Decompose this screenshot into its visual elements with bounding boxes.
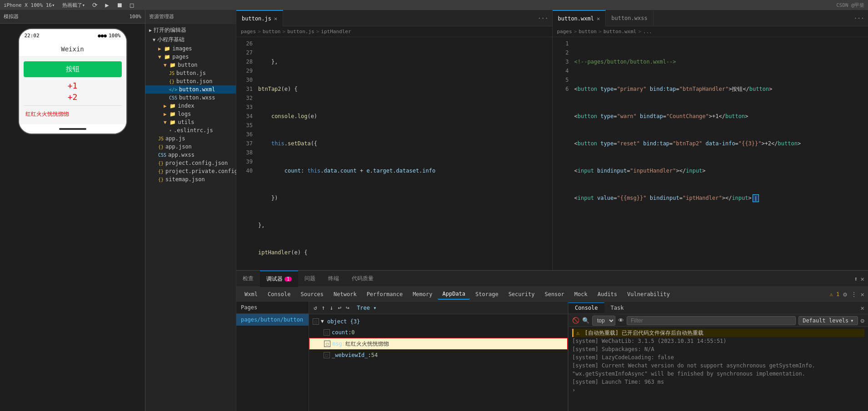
undo-btn[interactable]: ↩	[337, 303, 342, 312]
filter-input[interactable]	[627, 316, 796, 325]
breadcrumb-sep1: >	[258, 29, 261, 35]
pages-label: pages	[172, 54, 189, 60]
tree-checkbox-count[interactable]: □	[324, 329, 330, 336]
device-selector[interactable]: iPhone X 100% 16▾	[4, 2, 55, 8]
tree-checkbox-webviewid[interactable]: □	[324, 352, 330, 358]
toolbar-screenshot[interactable]: 热画截了▾	[62, 2, 85, 9]
devtools-tab-performance[interactable]: Performance	[362, 289, 407, 299]
devtools-tab-sources[interactable]: Sources	[296, 289, 328, 299]
toolbar-window[interactable]: □	[130, 1, 134, 9]
console-tab-console[interactable]: Console	[569, 302, 604, 313]
rcode-line-2: <button type="primary" bind:tap="btnTapH…	[574, 84, 865, 94]
sidebar-item-appjson[interactable]: {} app.json	[145, 143, 236, 151]
right-editor-scroll[interactable]: 1 2 3 4 5 6 <!--pages/button/button.wxml…	[553, 37, 868, 270]
console-prompt[interactable]: ›	[572, 386, 864, 394]
sidebar-item-eslintrc[interactable]: • .eslintrc.js	[145, 126, 236, 134]
devtools-audits-label: Audits	[598, 291, 617, 297]
tree-row-msg[interactable]: □ msg : 红红火火恍恍惚惚	[309, 338, 568, 350]
sidebar-item-index[interactable]: ▶ 📁 index	[145, 102, 236, 110]
toolbar-refresh[interactable]: ⟳	[92, 1, 98, 9]
console-close-icon[interactable]: ✕	[861, 304, 864, 312]
clear-console-btn[interactable]: 🚫	[572, 317, 579, 324]
tree-checkbox-object[interactable]: □	[313, 318, 319, 325]
folder-icon: ▼ 📁	[158, 54, 170, 60]
sidebar-item-buttonjs[interactable]: JS button.js	[145, 69, 236, 77]
toolbar-stop[interactable]: ⏹	[116, 1, 123, 9]
tab-more-left[interactable]: ···	[534, 15, 552, 21]
left-tab-bar: button.js ✕ ···	[236, 10, 552, 26]
default-levels-btn[interactable]: Default levels ▾	[798, 316, 858, 325]
devtools-tab-network[interactable]: Network	[329, 289, 361, 299]
devtools-tab-vulnerability[interactable]: Vulnerability	[623, 289, 674, 299]
gear-icon[interactable]: ⚙	[843, 291, 847, 298]
console-gear-icon[interactable]: ⚙	[861, 317, 864, 324]
tab-buttonwxml-close[interactable]: ✕	[597, 15, 600, 22]
devtools-close-icon[interactable]: ✕	[861, 291, 864, 298]
tab-debugger[interactable]: 调试器 1	[260, 271, 298, 287]
devtools-tab-mock[interactable]: Mock	[570, 289, 592, 299]
console-close-btn[interactable]: ✕	[861, 304, 868, 312]
tree-expand-object[interactable]: ▼	[321, 317, 327, 326]
rcode-line-1: <!--pages/button/button.wxml-->	[574, 57, 865, 66]
tree-label[interactable]: Tree ▾	[357, 305, 376, 311]
devtools-tab-appdata[interactable]: AppData	[438, 289, 470, 300]
tab-buttonwxss[interactable]: button.wxss	[606, 10, 653, 26]
left-editor-scroll[interactable]: 26 27 28 29 30 31 32 33 34 35 36 37	[236, 37, 552, 270]
tab-buttonjs[interactable]: button.js ✕	[236, 10, 283, 26]
up-btn[interactable]: ↑	[321, 303, 326, 312]
right-breadcrumb: pages > button > button.wxml > ...	[553, 26, 868, 37]
panel-maximize-btn[interactable]: ⬆	[854, 275, 858, 282]
json-file-icon: {}	[158, 161, 164, 166]
devtools-tab-console[interactable]: Console	[263, 289, 295, 299]
top-selector[interactable]: top	[592, 316, 615, 326]
pages-button-item[interactable]: pages/button/button	[236, 314, 309, 326]
devtools-tab-storage[interactable]: Storage	[471, 289, 503, 299]
sidebar-item-projectcfg[interactable]: {} project.config.json	[145, 159, 236, 167]
projectcfg-label: project.config.json	[165, 160, 228, 166]
sidebar-item-appwxss[interactable]: CSS app.wxss	[145, 151, 236, 159]
tab-terminal[interactable]: 终端	[322, 271, 345, 287]
tree-checkbox-msg[interactable]: □	[324, 341, 330, 347]
sidebar-item-utils[interactable]: ▼ 📁 utils	[145, 118, 236, 126]
eye-icon[interactable]: 👁	[618, 317, 624, 324]
down-btn[interactable]: ↓	[329, 303, 334, 312]
console-tab-task[interactable]: Task	[604, 303, 630, 313]
tab-buttonjs-close[interactable]: ✕	[274, 15, 277, 22]
sidebar-item-appjs[interactable]: JS app.js	[145, 134, 236, 143]
console-launch-time: [system] Launch Time: 963 ms	[572, 378, 864, 386]
devtools-menu-icon[interactable]: ⋮	[851, 291, 857, 298]
sidebar-item-projectprivatecfg[interactable]: {} project.private.config.json	[145, 167, 236, 175]
tab-buttonwxml[interactable]: button.wxml ✕	[553, 10, 606, 26]
sidebar-item-button[interactable]: ▼ 📁 button	[145, 61, 236, 69]
devtools-tab-audits[interactable]: Audits	[593, 289, 622, 299]
sidebar-item-pages[interactable]: ▼ 📁 pages	[145, 53, 236, 61]
sidebar-item-images[interactable]: ▶ 📁 images	[145, 45, 236, 53]
devtools-tab-wxml[interactable]: Wxml	[240, 289, 262, 299]
tab-codequality[interactable]: 代码质量	[345, 271, 380, 287]
refresh-btn[interactable]: ↺	[313, 303, 318, 312]
code-line-28: console.log(e)	[258, 112, 549, 121]
sidebar-item-logs[interactable]: ▶ 📁 logs	[145, 110, 236, 118]
warn-icon: ⚠	[576, 330, 579, 336]
ln26: 26	[238, 39, 253, 48]
sidebar-item-sitemap[interactable]: {} sitemap.json	[145, 175, 236, 183]
sidebar-item-buttonwxml[interactable]: </> button.wxml	[145, 85, 236, 94]
redo-btn[interactable]: ↪	[345, 303, 350, 312]
breadcrumb-ipthandler: iptHandler	[321, 29, 351, 35]
tab-more-right[interactable]: ···	[850, 15, 868, 21]
panel-close-btn[interactable]: ✕	[861, 275, 864, 282]
sidebar-item-buttonwxss[interactable]: CSS button.wxss	[145, 94, 236, 102]
devtools-tab-memory[interactable]: Memory	[408, 289, 437, 299]
tab-inspect[interactable]: 检查	[236, 271, 260, 287]
tab-issue[interactable]: 问题	[298, 271, 322, 287]
console-lazycode: [system] LazyCodeLoading: false	[572, 353, 864, 361]
open-editors-section[interactable]: ▶ 打开的编辑器	[145, 25, 236, 35]
phone-button[interactable]: 按钮	[24, 61, 122, 77]
toolbar-play[interactable]: ▶	[105, 1, 109, 9]
sidebar-item-buttonjson[interactable]: {} button.json	[145, 77, 236, 85]
phone-app-title: Weixin	[19, 42, 126, 57]
rcode-line-5: <input bindinput="inputHandler"></input>	[574, 166, 865, 175]
devtools-tab-sensor[interactable]: Sensor	[540, 289, 569, 299]
devtools-tab-security[interactable]: Security	[504, 289, 539, 299]
app-root-section[interactable]: ▼ 小程序基础	[145, 35, 236, 45]
